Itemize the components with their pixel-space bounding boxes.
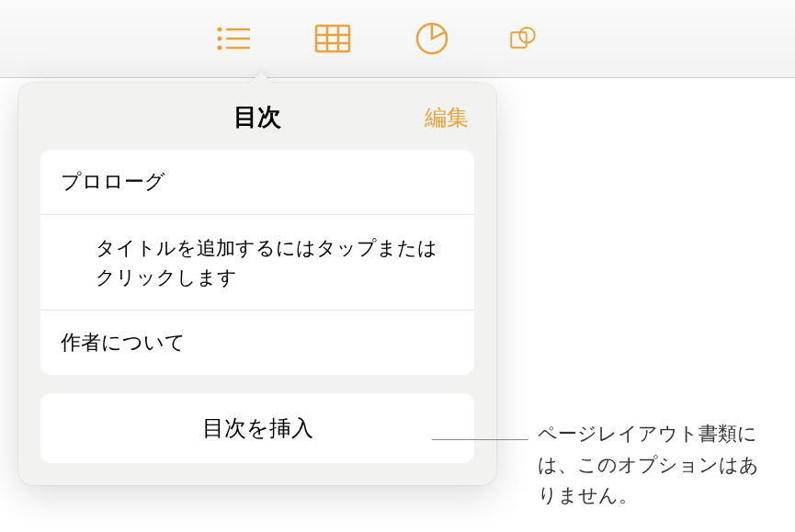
insert-toc-button[interactable]: 目次を挿入 [40, 393, 474, 463]
chart-icon[interactable] [410, 20, 454, 57]
popover-header: 目次 編集 [18, 101, 496, 150]
svg-point-2 [218, 37, 222, 41]
toc-list: プロローグ タイトルを追加するにはタップまたはクリックします 作者について [40, 150, 474, 375]
svg-point-4 [218, 46, 222, 51]
toolbar [0, 0, 795, 78]
popover-title: 目次 [233, 101, 281, 133]
list-icon[interactable] [211, 20, 256, 57]
toc-item-prologue[interactable]: プロローグ [40, 150, 474, 215]
toc-item-placeholder[interactable]: タイトルを追加するにはタップまたはクリックします [40, 215, 474, 311]
toc-item-author[interactable]: 作者について [40, 311, 474, 375]
shape-icon[interactable] [509, 20, 537, 57]
svg-point-0 [218, 28, 222, 32]
table-icon[interactable] [311, 20, 355, 57]
callout-line [432, 439, 528, 440]
callout-text: ページレイアウト書類には、このオプションはありません。 [538, 418, 777, 511]
svg-rect-6 [316, 26, 349, 51]
toc-popover: 目次 編集 プロローグ タイトルを追加するにはタップまたはクリックします 作者に… [18, 83, 496, 485]
edit-button[interactable]: 編集 [425, 103, 469, 132]
